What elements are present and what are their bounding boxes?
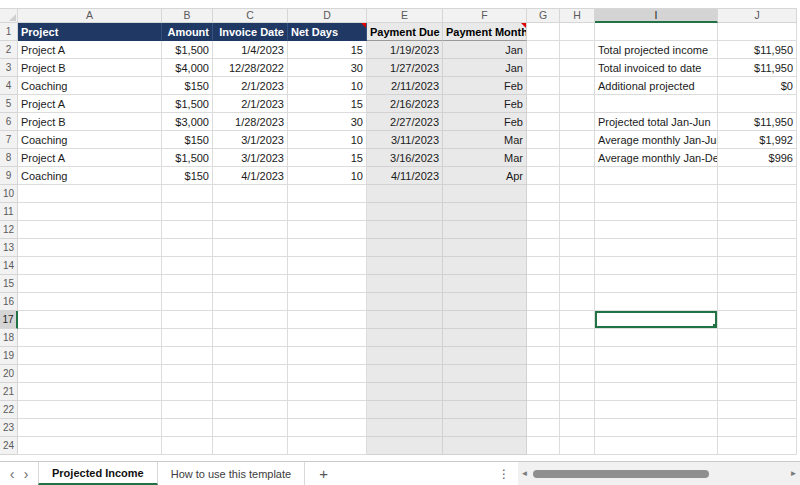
cell-E7[interactable]: 3/11/2023 [367, 131, 443, 149]
cell-D1[interactable]: Net Days [288, 23, 367, 41]
cell-H23[interactable] [560, 419, 595, 437]
cell-D4[interactable]: 10 [288, 77, 367, 95]
cell-D22[interactable] [288, 401, 367, 419]
cell-H19[interactable] [560, 347, 595, 365]
cell-I14[interactable] [595, 257, 718, 275]
column-header-B[interactable]: B [162, 8, 213, 23]
cell-A19[interactable] [18, 347, 162, 365]
cell-F22[interactable] [443, 401, 527, 419]
cell-A5[interactable]: Project A [18, 95, 162, 113]
cell-E24[interactable] [367, 437, 443, 455]
cell-H1[interactable] [560, 23, 595, 41]
row-header-16[interactable]: 16 [0, 293, 18, 311]
cell-J24[interactable] [718, 437, 797, 455]
cell-C5[interactable]: 2/1/2023 [213, 95, 288, 113]
cell-A11[interactable] [18, 203, 162, 221]
cell-F13[interactable] [443, 239, 527, 257]
cell-F19[interactable] [443, 347, 527, 365]
cell-B7[interactable]: $150 [162, 131, 213, 149]
cell-H12[interactable] [560, 221, 595, 239]
cell-E8[interactable]: 3/16/2023 [367, 149, 443, 167]
cell-F24[interactable] [443, 437, 527, 455]
scrollbar-thumb[interactable] [533, 470, 709, 478]
cell-H9[interactable] [560, 167, 595, 185]
cell-A4[interactable]: Coaching [18, 77, 162, 95]
cell-H3[interactable] [560, 59, 595, 77]
cell-G15[interactable] [527, 275, 560, 293]
cell-G12[interactable] [527, 221, 560, 239]
cell-F5[interactable]: Feb [443, 95, 527, 113]
cell-J13[interactable] [718, 239, 797, 257]
cell-E10[interactable] [367, 185, 443, 203]
cell-E13[interactable] [367, 239, 443, 257]
cell-I20[interactable] [595, 365, 718, 383]
cell-C9[interactable]: 4/1/2023 [213, 167, 288, 185]
cell-D6[interactable]: 30 [288, 113, 367, 131]
row-header-21[interactable]: 21 [0, 383, 18, 401]
cell-G20[interactable] [527, 365, 560, 383]
cell-D2[interactable]: 15 [288, 41, 367, 59]
cell-A3[interactable]: Project B [18, 59, 162, 77]
cell-H18[interactable] [560, 329, 595, 347]
cell-I16[interactable] [595, 293, 718, 311]
cell-E2[interactable]: 1/19/2023 [367, 41, 443, 59]
cell-J16[interactable] [718, 293, 797, 311]
cell-B22[interactable] [162, 401, 213, 419]
cell-B11[interactable] [162, 203, 213, 221]
cell-A1[interactable]: Project [18, 23, 162, 41]
cell-H24[interactable] [560, 437, 595, 455]
row-header-22[interactable]: 22 [0, 401, 18, 419]
tabs-scroll-left-icon[interactable]: ‹ [5, 467, 19, 481]
row-header-24[interactable]: 24 [0, 437, 18, 455]
cell-D3[interactable]: 30 [288, 59, 367, 77]
cell-C12[interactable] [213, 221, 288, 239]
cell-C6[interactable]: 1/28/2023 [213, 113, 288, 131]
cell-D20[interactable] [288, 365, 367, 383]
cell-H17[interactable] [560, 311, 595, 329]
cell-E14[interactable] [367, 257, 443, 275]
cell-G5[interactable] [527, 95, 560, 113]
cell-J19[interactable] [718, 347, 797, 365]
cell-G23[interactable] [527, 419, 560, 437]
cell-H21[interactable] [560, 383, 595, 401]
scroll-left-arrow-icon[interactable]: ◄ [518, 469, 531, 478]
cell-B5[interactable]: $1,500 [162, 95, 213, 113]
cell-F3[interactable]: Jan [443, 59, 527, 77]
cell-F23[interactable] [443, 419, 527, 437]
cell-J5[interactable] [718, 95, 797, 113]
cell-I12[interactable] [595, 221, 718, 239]
cell-C1[interactable]: Invoice Date [213, 23, 288, 41]
cell-C18[interactable] [213, 329, 288, 347]
cell-A2[interactable]: Project A [18, 41, 162, 59]
cell-E23[interactable] [367, 419, 443, 437]
cell-G2[interactable] [527, 41, 560, 59]
row-header-8[interactable]: 8 [0, 149, 18, 167]
cell-F16[interactable] [443, 293, 527, 311]
cell-E1[interactable]: Payment Due [367, 23, 443, 41]
cell-B20[interactable] [162, 365, 213, 383]
cell-B4[interactable]: $150 [162, 77, 213, 95]
cell-E5[interactable]: 2/16/2023 [367, 95, 443, 113]
column-header-G[interactable]: G [527, 8, 560, 23]
cell-B15[interactable] [162, 275, 213, 293]
cell-D15[interactable] [288, 275, 367, 293]
cell-G1[interactable] [527, 23, 560, 41]
cell-A17[interactable] [18, 311, 162, 329]
cell-B18[interactable] [162, 329, 213, 347]
cell-C4[interactable]: 2/1/2023 [213, 77, 288, 95]
cell-E4[interactable]: 2/11/2023 [367, 77, 443, 95]
cell-B8[interactable]: $1,500 [162, 149, 213, 167]
cell-J4[interactable]: $0 [718, 77, 797, 95]
cell-J1[interactable] [718, 23, 797, 41]
cell-H16[interactable] [560, 293, 595, 311]
cell-I24[interactable] [595, 437, 718, 455]
cell-G24[interactable] [527, 437, 560, 455]
cell-B1[interactable]: Amount [162, 23, 213, 41]
cell-A20[interactable] [18, 365, 162, 383]
cell-D18[interactable] [288, 329, 367, 347]
cell-G9[interactable] [527, 167, 560, 185]
cell-J11[interactable] [718, 203, 797, 221]
cell-F14[interactable] [443, 257, 527, 275]
cell-H10[interactable] [560, 185, 595, 203]
cell-A18[interactable] [18, 329, 162, 347]
